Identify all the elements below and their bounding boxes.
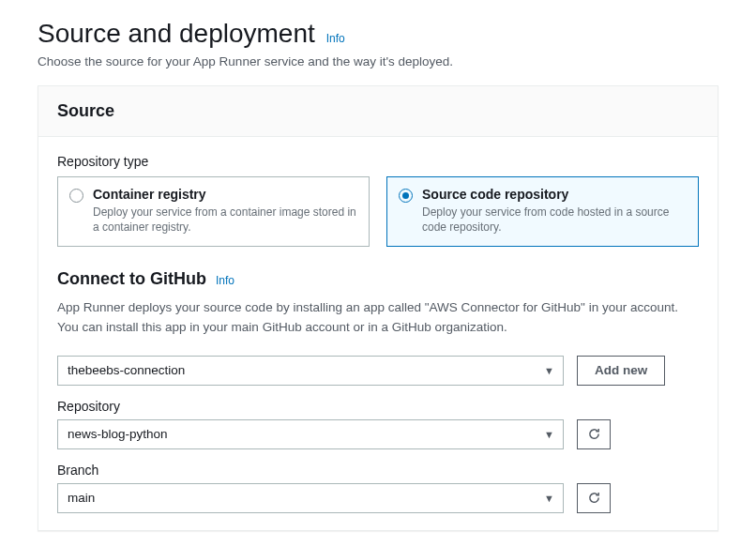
radio-container-desc: Deploy your service from a container ima… bbox=[93, 205, 357, 235]
radio-container-title: Container registry bbox=[93, 187, 357, 202]
add-new-button[interactable]: Add new bbox=[577, 356, 665, 386]
github-section-desc: App Runner deploys your source code by i… bbox=[57, 298, 699, 337]
radio-source-title: Source code repository bbox=[422, 187, 687, 202]
page-info-link[interactable]: Info bbox=[326, 32, 345, 45]
refresh-icon bbox=[587, 491, 601, 505]
page-subtitle: Choose the source for your App Runner se… bbox=[38, 54, 718, 68]
panel-title: Source bbox=[57, 101, 699, 121]
radio-source-desc: Deploy your service from code hosted in … bbox=[422, 205, 687, 235]
branch-value: main bbox=[68, 491, 95, 505]
connection-value: thebeebs-connection bbox=[68, 363, 185, 377]
connection-select[interactable]: thebeebs-connection bbox=[57, 356, 564, 386]
radio-source-code-repository[interactable]: Source code repository Deploy your servi… bbox=[386, 176, 699, 247]
radio-container-registry[interactable]: Container registry Deploy your service f… bbox=[57, 176, 370, 247]
radio-checked-icon bbox=[399, 189, 413, 203]
repository-value: news-blog-python bbox=[68, 427, 168, 441]
source-panel: Source Repository type Container registr… bbox=[38, 85, 718, 531]
refresh-icon bbox=[587, 427, 601, 441]
branch-label: Branch bbox=[57, 463, 699, 478]
github-section-title: Connect to GitHub bbox=[57, 269, 206, 289]
refresh-repository-button[interactable] bbox=[577, 419, 611, 449]
repo-type-label: Repository type bbox=[57, 154, 699, 169]
branch-select[interactable]: main bbox=[57, 483, 564, 513]
repository-select[interactable]: news-blog-python bbox=[57, 419, 564, 449]
repository-label: Repository bbox=[57, 399, 699, 414]
page-title: Source and deployment bbox=[38, 19, 315, 49]
refresh-branch-button[interactable] bbox=[577, 483, 611, 513]
radio-unchecked-icon bbox=[69, 189, 83, 203]
github-info-link[interactable]: Info bbox=[216, 274, 234, 287]
